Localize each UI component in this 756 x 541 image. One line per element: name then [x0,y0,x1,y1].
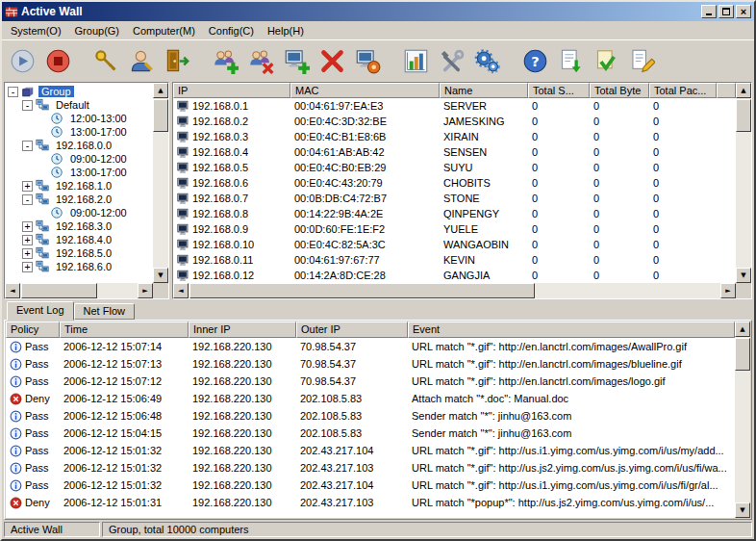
tree-item[interactable]: 13:00-17:00 [5,125,153,139]
scroll-up-icon[interactable]: ▲ [153,83,168,98]
scroll-up-icon[interactable]: ▲ [735,322,750,337]
scroll-left-icon[interactable]: ◄ [5,283,20,298]
computer-horizontal-scrollbar[interactable]: ◄► [173,283,736,298]
scroll-track[interactable] [20,283,138,298]
computer-vertical-scrollbar[interactable]: ▲▼ [736,83,751,283]
event-row[interactable]: Pass2006-12-12 15:07:14192.168.220.13070… [6,338,735,355]
column-header-total-byte[interactable]: Total Byte [590,83,649,98]
tree-item[interactable]: 09:00-12:00 [5,206,153,219]
scroll-down-icon[interactable]: ▼ [736,268,751,283]
event-row[interactable]: Pass2006-12-12 15:01:32192.168.220.13020… [6,477,735,494]
tree-item[interactable]: -Default [5,98,153,112]
tree-collapse-icon[interactable]: - [22,100,33,111]
column-header-ip[interactable]: IP [173,83,290,98]
column-header-mac[interactable]: MAC [290,83,440,98]
tree-vertical-scrollbar[interactable]: ▲▼ [153,83,168,283]
menu-computer[interactable]: Computer(M) [126,23,202,39]
scroll-left-icon[interactable]: ◄ [173,283,189,298]
computer-row[interactable]: 192.168.0.1100:04:61:97:67:77KEVIN000 [173,252,736,268]
tree-expand-icon[interactable]: + [22,262,33,272]
tree-item[interactable]: 12:00-13:00 [5,112,153,125]
computer-row[interactable]: 192.168.0.200:E0:4C:3D:32:BEJAMESKING000 [173,114,736,129]
tree-horizontal-scrollbar[interactable]: ◄► [5,283,153,298]
column-header-event[interactable]: Event [408,322,735,338]
scroll-right-icon[interactable]: ► [138,283,153,298]
log-edit-button[interactable] [624,43,660,79]
computer-row[interactable]: 192.168.0.500:E0:4C:B0:EB:29SUYU000 [173,160,736,175]
computer-row[interactable]: 192.168.0.1000:E0:4C:82:5A:3CWANGAOBIN00… [173,237,736,252]
computer-row[interactable]: 192.168.0.600:E0:4C:43:20:79CHOBITS000 [173,175,736,191]
tree-expand-icon[interactable]: + [22,248,33,259]
column-header-outer-ip[interactable]: Outer IP [296,322,408,338]
tree-item[interactable]: +192.168.4.0 [5,233,153,246]
close-button[interactable]: × [736,5,751,18]
event-row[interactable]: Pass2006-12-12 15:04:15192.168.220.13020… [6,425,735,442]
tab-event-log[interactable]: Event Log [7,301,74,321]
statistics-button[interactable] [398,43,434,79]
scroll-thumb[interactable] [153,99,168,132]
computer-row[interactable]: 192.168.0.800:14:22:9B:4A:2EQINPENGY000 [173,206,736,221]
tree-expand-icon[interactable]: + [22,235,33,245]
tree-item[interactable]: +192.168.1.0 [5,179,153,193]
stop-button[interactable] [40,43,76,79]
scroll-down-icon[interactable]: ▼ [153,268,168,283]
menu-help[interactable]: Help(H) [261,23,311,39]
event-row[interactable]: Pass2006-12-12 15:07:12192.168.220.13070… [6,373,735,390]
computer-row[interactable]: 192.168.0.900:0D:60:FE:1E:F2YUELE000 [173,221,736,237]
tree-item[interactable]: 09:00-12:00 [5,152,153,166]
scroll-down-icon[interactable]: ▼ [735,502,750,518]
column-header-time[interactable]: Time [60,322,189,338]
delete-group-button[interactable] [243,43,279,79]
event-row[interactable]: Pass2006-12-12 15:01:32192.168.220.13020… [6,459,735,477]
computer-row[interactable]: 192.168.0.100:04:61:97:EA:E3SERVER000 [173,98,736,114]
scroll-thumb[interactable] [735,338,750,371]
tree-item[interactable]: -Group [5,85,153,98]
scroll-track[interactable] [153,98,168,268]
scroll-track[interactable] [736,98,751,268]
setup-button[interactable] [88,43,124,79]
tree-item[interactable]: +192.168.3.0 [5,219,153,233]
title-bar[interactable]: Active Wall × [2,2,754,21]
event-row[interactable]: Deny2006-12-12 15:06:49192.168.220.13020… [6,390,735,407]
computer-row[interactable]: 192.168.0.400:04:61:AB:AB:42SENSEN000 [173,144,736,160]
scroll-thumb[interactable] [736,99,751,132]
services-button[interactable] [469,43,505,79]
tree-collapse-icon[interactable]: - [22,194,33,205]
tree-item[interactable]: -192.168.0.0 [5,139,153,152]
scroll-thumb[interactable] [189,283,535,298]
tab-net-flow[interactable]: Net Flow [74,303,135,320]
scroll-up-icon[interactable]: ▲ [736,83,751,98]
computer-row[interactable]: 192.168.0.1200:14:2A:8D:CE:28GANGJIA000 [173,268,736,283]
scroll-track[interactable] [189,283,720,298]
tree-item[interactable]: -192.168.2.0 [5,193,153,206]
computer-row[interactable]: 192.168.0.300:E0:4C:B1:E8:6BXIRAIN000 [173,129,736,144]
event-row[interactable]: Pass2006-12-12 15:01:32192.168.220.13020… [6,442,735,459]
add-computer-button[interactable] [279,43,315,79]
minimize-button[interactable] [701,5,717,18]
event-row[interactable]: Deny2006-12-12 15:01:31192.168.220.13020… [6,494,735,511]
column-header-inner-ip[interactable]: Inner IP [189,322,296,338]
scroll-right-icon[interactable]: ► [720,283,736,298]
tree-item[interactable]: +192.168.5.0 [5,246,153,260]
add-group-button[interactable] [208,43,243,79]
event-row[interactable]: Pass2006-12-12 15:07:13192.168.220.13070… [6,355,735,373]
column-header-total-s[interactable]: Total S... [528,83,590,98]
tree-collapse-icon[interactable]: - [22,141,33,151]
export-button[interactable] [553,43,589,79]
scroll-thumb[interactable] [21,283,97,298]
computer-row[interactable]: 192.168.0.700:0B:DB:C4:72:B7STONE000 [173,191,736,206]
delete-computer-button[interactable] [315,43,350,79]
maximize-button[interactable] [718,5,734,18]
start-button[interactable] [5,43,40,79]
tools-button[interactable] [434,43,469,79]
tree-expand-icon[interactable]: + [22,221,33,232]
tree-item[interactable]: +192.168.6.0 [5,260,153,273]
computer-config-button[interactable] [350,43,386,79]
event-vertical-scrollbar[interactable]: ▲▼ [735,322,750,518]
menu-config[interactable]: Config(C) [202,23,261,39]
help-button[interactable]: ? [517,43,553,79]
menu-system[interactable]: System(O) [4,23,68,39]
tree-collapse-icon[interactable]: - [8,87,18,97]
exit-button[interactable] [160,43,195,79]
verify-button[interactable] [589,43,624,79]
